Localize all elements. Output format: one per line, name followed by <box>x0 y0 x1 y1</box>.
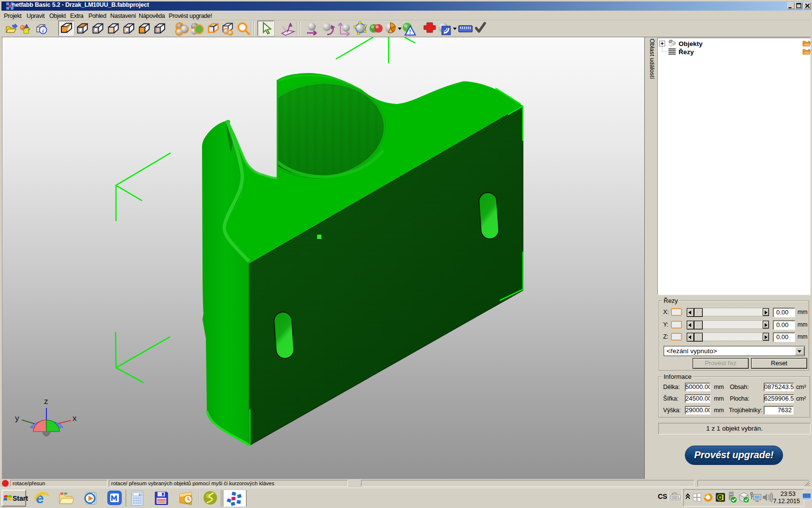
svg-text:!: ! <box>409 29 411 35</box>
svg-text:0: 0 <box>139 493 141 497</box>
svg-text:y: y <box>15 414 19 423</box>
svg-text:x: x <box>72 414 77 423</box>
svg-text:z: z <box>44 397 48 406</box>
